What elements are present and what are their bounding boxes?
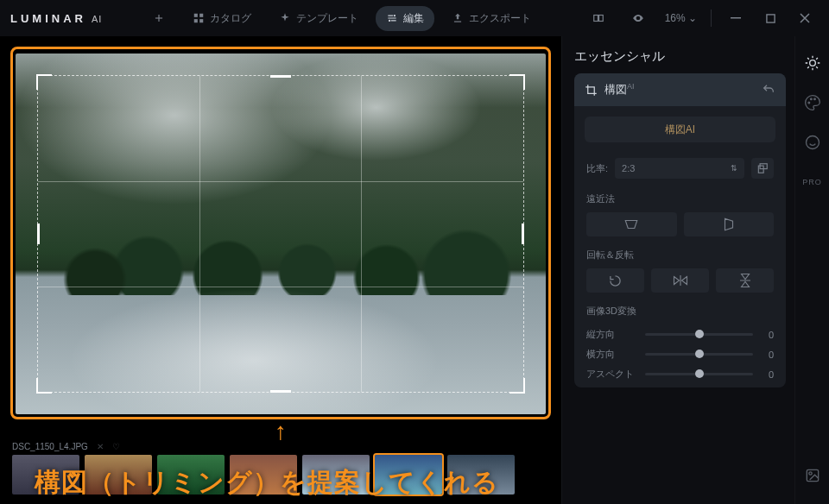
- sliders-icon: [386, 12, 398, 24]
- flip-v-button[interactable]: [716, 268, 774, 293]
- nav-export-label: エクスポート: [469, 11, 531, 26]
- stepper-icon: ⇅: [731, 164, 737, 173]
- canvas[interactable]: ↑: [0, 36, 561, 442]
- perspective-h-icon: [623, 218, 639, 230]
- edit-panel: エッセンシャル 構図AI 構図AI 比率: 2:3 ⇅: [561, 36, 794, 504]
- nav-export[interactable]: エクスポート: [441, 6, 541, 31]
- crop-icon: [585, 84, 598, 97]
- nav-templates[interactable]: テンプレート: [269, 6, 369, 31]
- crop-handle-br[interactable]: [509, 378, 525, 394]
- vertical-slider[interactable]: [645, 333, 753, 336]
- top-bar: LUMINARAI カタログ テンプレート 編集 エクスポート 16% ⌄: [0, 0, 829, 36]
- crop-overlay[interactable]: [37, 75, 525, 393]
- logo-suffix: AI: [92, 14, 102, 24]
- crop-handle-bottom[interactable]: [270, 390, 291, 393]
- slider-knob[interactable]: [695, 330, 704, 338]
- rotate-flip-section: 回転＆反転: [574, 240, 786, 296]
- window-maximize[interactable]: [756, 14, 784, 23]
- transform-3d-section: 画像3D変換 縦方向 0 横方向 0 アスペクト 0: [574, 296, 786, 387]
- main-area: ↑ DSC_1150_L4.JPG ✕ ♡ エッセンシャル: [0, 36, 829, 504]
- rail-creative[interactable]: [801, 91, 824, 114]
- aspect-slider-row: アスペクト 0: [586, 364, 774, 384]
- logo-text: LUMINAR: [10, 12, 86, 25]
- pin-icon[interactable]: ✕: [97, 442, 104, 451]
- slider-knob[interactable]: [695, 350, 704, 358]
- window-close[interactable]: [791, 13, 819, 23]
- window-minimize[interactable]: [722, 13, 750, 23]
- flip-h-button[interactable]: [651, 268, 709, 293]
- rail-essentials[interactable]: [801, 52, 824, 74]
- rotate-button[interactable]: [586, 268, 644, 293]
- svg-point-16: [806, 136, 819, 149]
- horizontal-value: 0: [760, 350, 774, 360]
- maximize-icon: [766, 14, 775, 23]
- crop-handle-bl[interactable]: [36, 378, 52, 394]
- eye-icon: [632, 12, 644, 24]
- svg-rect-9: [766, 14, 774, 22]
- photo-preview[interactable]: [16, 54, 546, 414]
- vertical-slider-row: 縦方向 0: [586, 324, 774, 344]
- filmstrip-header: DSC_1150_L4.JPG ✕ ♡: [12, 442, 549, 453]
- palette-icon: [804, 94, 821, 111]
- nav-templates-label: テンプレート: [296, 11, 358, 26]
- sun-icon: [804, 54, 821, 72]
- svg-point-15: [813, 98, 815, 100]
- minimize-icon: [731, 13, 741, 23]
- compare-button[interactable]: [582, 7, 615, 29]
- nav-edit[interactable]: 編集: [376, 6, 434, 31]
- crop-handle-tr[interactable]: [509, 74, 525, 90]
- filename-label: DSC_1150_L4.JPG: [12, 442, 88, 451]
- aspect-slider[interactable]: [645, 373, 753, 375]
- ratio-row: 比率: 2:3 ⇅: [574, 153, 786, 184]
- transform-3d-label: 画像3D変換: [586, 305, 774, 318]
- compare-icon: [592, 12, 604, 24]
- flip-v-icon: [739, 273, 751, 288]
- rail-portrait[interactable]: [801, 131, 824, 154]
- vertical-label: 縦方向: [586, 328, 638, 341]
- undo-icon[interactable]: [762, 83, 775, 97]
- crop-handle-left[interactable]: [37, 224, 40, 244]
- slider-knob[interactable]: [695, 369, 704, 378]
- perspective-v-button[interactable]: [684, 212, 775, 236]
- svg-rect-8: [731, 17, 741, 19]
- flip-h-icon: [673, 274, 688, 287]
- nav-catalog-label: カタログ: [210, 11, 251, 26]
- pro-label: PRO: [802, 178, 822, 186]
- tool-rail: PRO: [794, 36, 829, 504]
- svg-rect-0: [194, 14, 198, 17]
- divider: [711, 9, 712, 27]
- rotate-flip-label: 回転＆反転: [586, 249, 774, 261]
- sparkle-icon: [279, 12, 291, 24]
- svg-point-5: [389, 20, 390, 22]
- ratio-value: 2:3: [622, 163, 635, 173]
- perspective-label: 遠近法: [586, 192, 774, 205]
- preview-button[interactable]: [622, 7, 655, 29]
- perspective-v-icon: [723, 217, 735, 232]
- add-button[interactable]: [142, 7, 175, 29]
- perspective-section: 遠近法: [574, 184, 786, 240]
- panel-title: エッセンシャル: [574, 48, 786, 65]
- crop-handle-right[interactable]: [522, 224, 524, 244]
- rail-pro[interactable]: PRO: [801, 171, 824, 193]
- plus-icon: [153, 12, 165, 24]
- svg-point-12: [809, 60, 815, 66]
- rotate-icon: [609, 274, 622, 287]
- horizontal-label: 横方向: [586, 348, 638, 361]
- chevron-down-icon: ⌄: [688, 12, 697, 24]
- tool-header[interactable]: 構図AI: [574, 73, 786, 106]
- horizontal-slider-row: 横方向 0: [586, 344, 774, 364]
- perspective-h-button[interactable]: [586, 212, 677, 236]
- nav-catalog[interactable]: カタログ: [182, 6, 262, 31]
- nav-edit-label: 編集: [403, 11, 424, 26]
- crop-handle-top[interactable]: [270, 75, 291, 78]
- svg-point-4: [394, 15, 396, 16]
- heart-icon[interactable]: ♡: [112, 442, 120, 451]
- rotate-orientation-button[interactable]: [751, 158, 774, 179]
- orientation-icon: [756, 162, 769, 174]
- ratio-select[interactable]: 2:3 ⇅: [615, 158, 744, 179]
- zoom-display[interactable]: 16% ⌄: [661, 12, 700, 24]
- crop-handle-tl[interactable]: [36, 74, 52, 90]
- horizontal-slider[interactable]: [645, 353, 753, 356]
- suggest-composition-button[interactable]: 構図AI: [585, 117, 775, 142]
- close-icon: [800, 13, 810, 23]
